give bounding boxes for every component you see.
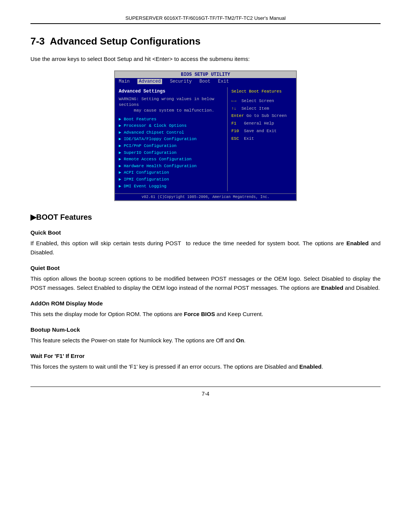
bios-right-title: Select Boot Features <box>231 89 292 94</box>
bios-right-panel: Select Boot Features ←→ Select Screen ↑↓… <box>228 87 296 192</box>
bios-help-item: ↑↓ Select Item <box>231 105 292 113</box>
page-footer: 7-4 <box>30 387 381 397</box>
bios-item-boot-features[interactable]: Boot Features <box>119 116 223 123</box>
bios-help-esc: ESC Exit <box>231 135 292 143</box>
bios-left-panel: Advanced Settings WARNING: Setting wrong… <box>115 87 228 192</box>
bios-item-ipmi[interactable]: IPMI Configuration <box>119 176 223 183</box>
bios-item-acpi[interactable]: ACPI Configuration <box>119 169 223 176</box>
chapter-title-text: Advanced Setup Configurations <box>50 35 201 47</box>
bios-screenshot: BIOS SETUP UTILITY Main Advanced Securit… <box>114 70 297 201</box>
header-bar: SUPERSERVER 6016XT-TF/6016GT-TF/TF-TM2/T… <box>30 15 381 24</box>
bios-menu-advanced[interactable]: Advanced <box>137 79 162 84</box>
quiet-boot-text: This option allows the bootup screen opt… <box>30 274 381 292</box>
addon-rom-text: This sets the display mode for Option RO… <box>30 310 381 319</box>
numlock-heading: Bootup Num-Lock <box>30 326 381 333</box>
bios-item-dmi[interactable]: DMI Event Logging <box>119 183 223 190</box>
bios-help-f10: F10 Save and Exit <box>231 128 292 135</box>
bios-help-list: ←→ Select Screen ↑↓ Select Item Enter Go… <box>231 97 292 143</box>
bios-body: Advanced Settings WARNING: Setting wrong… <box>115 85 296 194</box>
quick-boot-text: If Enabled, this option will skip certai… <box>30 239 381 257</box>
bios-help-enter: Enter Go to Sub Screen <box>231 112 292 120</box>
bios-warning: WARNING: Setting wrong values in below s… <box>119 96 223 114</box>
intro-text: Use the arrow keys to select Boot Setup … <box>30 55 381 64</box>
bios-item-processor[interactable]: Processor & Clock Options <box>119 123 223 129</box>
bios-item-chipset[interactable]: Advanced Chipset Control <box>119 129 223 136</box>
bios-menu-list: Boot Features Processor & Clock Options … <box>119 116 223 190</box>
boot-heading: ▶BOOT Features <box>30 212 381 222</box>
wait-f1-heading: Wait For 'F1' If Error <box>30 353 381 359</box>
bios-help-screen: ←→ Select Screen <box>231 97 292 105</box>
bios-footer: v02.61 (C)Copyright 1985-2006, American … <box>115 193 296 200</box>
bios-item-remote[interactable]: Remote Access Configuration <box>119 156 223 163</box>
page-number: 7-4 <box>202 391 209 397</box>
wait-f1-text: This forces the system to wait until the… <box>30 362 381 371</box>
bios-menu-main[interactable]: Main <box>119 79 130 84</box>
bios-menu-exit[interactable]: Exit <box>218 79 229 84</box>
bios-item-hardware[interactable]: Hardware Health Configuration <box>119 163 223 170</box>
bios-help-f1: F1 General Help <box>231 120 292 128</box>
bios-section-title: Advanced Settings <box>119 89 223 94</box>
bios-menu-security[interactable]: Security <box>170 79 192 84</box>
bios-menu-bar: Main Advanced Security Boot Exit <box>115 78 296 85</box>
chapter-number: 7-3 <box>30 35 45 47</box>
quiet-boot-heading: Quiet Boot <box>30 265 381 271</box>
header-title: SUPERSERVER 6016XT-TF/6016GT-TF/TF-TM2/T… <box>125 15 285 21</box>
page: SUPERSERVER 6016XT-TF/6016GT-TF/TF-TM2/T… <box>0 0 411 420</box>
bios-menu-boot[interactable]: Boot <box>199 79 210 84</box>
numlock-text: This feature selects the Power-on state … <box>30 336 381 345</box>
bios-item-pci[interactable]: PCI/PnP Configuration <box>119 143 223 150</box>
bios-title-bar: BIOS SETUP UTILITY <box>115 71 296 78</box>
bios-item-superio[interactable]: SuperIO Configuration <box>119 150 223 157</box>
bios-item-ide[interactable]: IDE/SATA/Floppy Configuration <box>119 136 223 143</box>
chapter-title: 7-3 Advanced Setup Configurations <box>30 35 381 47</box>
addon-rom-heading: AddOn ROM Display Mode <box>30 300 381 307</box>
quick-boot-heading: Quick Boot <box>30 229 381 236</box>
